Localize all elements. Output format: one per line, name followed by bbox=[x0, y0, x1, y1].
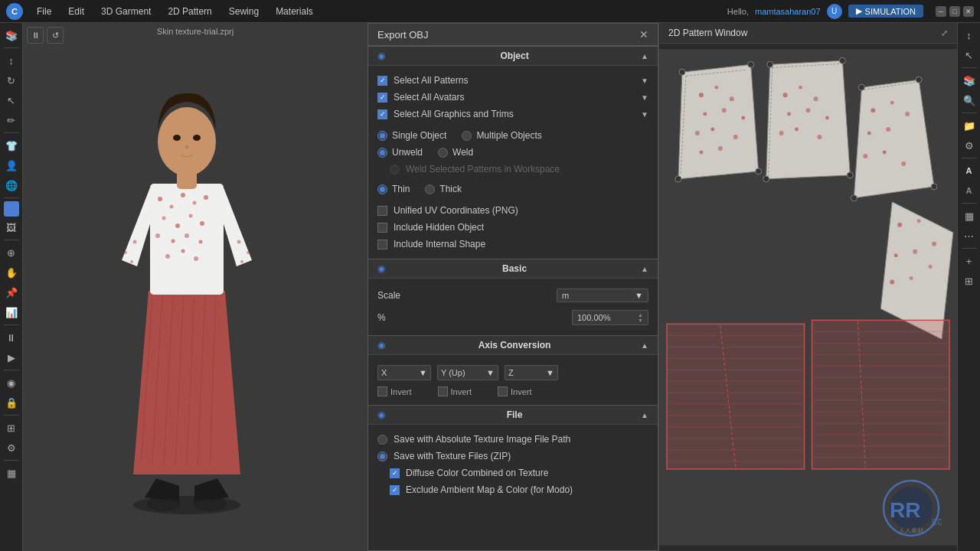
skirt-piece-2 bbox=[812, 320, 949, 469]
include-internal-checkbox[interactable] bbox=[377, 240, 387, 249]
multiple-objects-option[interactable]: Multiple Objects bbox=[462, 130, 541, 141]
right-panel-expand-icon[interactable]: ⤢ bbox=[941, 28, 948, 38]
right-panel-content[interactable] bbox=[659, 44, 957, 551]
rt-btn-library[interactable]: 📚 bbox=[960, 71, 978, 90]
thick-option[interactable]: Thick bbox=[425, 184, 462, 194]
percent-input[interactable]: 100.00% ▲ ▼ bbox=[572, 310, 648, 325]
menu-2d-pattern[interactable]: 2D Pattern bbox=[160, 5, 219, 18]
menu-file[interactable]: File bbox=[29, 5, 59, 18]
dialog-close-button[interactable]: ✕ bbox=[639, 28, 648, 41]
exclude-ambient-checkbox[interactable] bbox=[390, 485, 400, 495]
close-button[interactable]: ✕ bbox=[963, 6, 974, 17]
include-hidden-checkbox[interactable] bbox=[377, 223, 387, 233]
single-object-option[interactable]: Single Object bbox=[377, 130, 446, 141]
minimize-button[interactable]: ─ bbox=[936, 6, 946, 17]
unified-uv-checkbox[interactable] bbox=[377, 206, 387, 216]
select-patterns-expand[interactable]: ▼ bbox=[641, 77, 648, 85]
single-object-radio[interactable] bbox=[377, 131, 387, 141]
rt-btn-text2[interactable]: A bbox=[960, 181, 978, 200]
file-section-collapse[interactable]: ▲ bbox=[641, 411, 648, 419]
toolbar-btn-play[interactable]: ▶ bbox=[2, 348, 21, 367]
toolbar-btn-select[interactable]: ↖ bbox=[2, 91, 21, 109]
thick-radio[interactable] bbox=[425, 184, 435, 194]
multiple-objects-radio[interactable] bbox=[462, 131, 472, 141]
y-invert-checkbox[interactable] bbox=[438, 386, 448, 396]
toolbar-btn-chart[interactable]: 📊 bbox=[2, 303, 21, 321]
simulation-button[interactable]: ▶ SIMULATION bbox=[848, 5, 923, 18]
object-section-header[interactable]: ◉ Object ▲ bbox=[368, 46, 658, 66]
toolbar-btn-layers[interactable]: ⏸ bbox=[2, 328, 21, 347]
select-graphics-checkbox[interactable] bbox=[377, 109, 387, 119]
toolbar-btn-stitch[interactable]: ⊞ bbox=[2, 419, 21, 437]
toolbar-btn-zoom[interactable]: ⊕ bbox=[2, 243, 21, 262]
toolbar-btn-library[interactable]: 📚 bbox=[2, 26, 21, 44]
toolbar-separator-6 bbox=[4, 370, 19, 370]
basic-section-header[interactable]: ◉ Basic ▲ bbox=[368, 259, 658, 279]
toolbar-btn-misc[interactable]: ◉ bbox=[2, 373, 21, 392]
file-section-header[interactable]: ◉ File ▲ bbox=[368, 405, 658, 425]
menu-materials[interactable]: Materials bbox=[268, 5, 321, 18]
maximize-button[interactable]: □ bbox=[949, 6, 960, 17]
app-icon[interactable]: C bbox=[6, 3, 23, 20]
save-texture-radio[interactable] bbox=[377, 452, 387, 461]
menu-edit[interactable]: Edit bbox=[60, 5, 92, 18]
object-section-collapse[interactable]: ▲ bbox=[641, 52, 648, 60]
z-invert-checkbox[interactable] bbox=[498, 386, 508, 396]
toolbar-btn-lock[interactable]: 🔒 bbox=[2, 393, 21, 412]
rt-btn-zoom-in[interactable]: + bbox=[960, 252, 978, 270]
thin-option[interactable]: Thin bbox=[377, 184, 410, 194]
basic-section-bullet: ◉ bbox=[377, 263, 385, 274]
toolbar-btn-pin[interactable]: 📌 bbox=[2, 283, 21, 302]
rt-btn-select[interactable]: ↖ bbox=[960, 46, 978, 64]
toolbar-btn-globe[interactable]: 🌐 bbox=[2, 176, 21, 194]
percent-up[interactable]: ▲ bbox=[638, 312, 643, 318]
select-patterns-checkbox[interactable] bbox=[377, 76, 387, 86]
axis-section-header[interactable]: ◉ Axis Conversion ▲ bbox=[368, 335, 658, 355]
rt-btn-grid-2[interactable]: ⊞ bbox=[960, 272, 978, 290]
z-axis-select[interactable]: Z ▼ bbox=[505, 365, 558, 380]
rt-btn-search[interactable]: 🔍 bbox=[960, 91, 978, 109]
toolbar-btn-edit[interactable]: ✏ bbox=[2, 111, 21, 129]
unweld-radio[interactable] bbox=[377, 148, 387, 158]
percent-down[interactable]: ▼ bbox=[638, 318, 643, 323]
weld-option[interactable]: Weld bbox=[438, 147, 473, 158]
vp-btn-pause[interactable]: ⏸ bbox=[27, 27, 44, 44]
menu-3d-garment[interactable]: 3D Garment bbox=[93, 5, 158, 18]
x-invert-checkbox[interactable] bbox=[377, 386, 387, 396]
toolbar-btn-pan[interactable]: ✋ bbox=[2, 263, 21, 282]
thin-label: Thin bbox=[392, 184, 410, 194]
rt-btn-dots[interactable]: ⋯ bbox=[960, 227, 978, 245]
toolbar-btn-settings[interactable]: ⚙ bbox=[2, 439, 21, 457]
select-avatars-checkbox[interactable] bbox=[377, 93, 387, 103]
toolbar-btn-avatar[interactable]: 👤 bbox=[2, 156, 21, 174]
basic-section-collapse[interactable]: ▲ bbox=[641, 265, 648, 273]
toolbar-btn-grid[interactable]: ▦ bbox=[2, 464, 21, 482]
scale-select[interactable]: m ▼ bbox=[557, 289, 648, 302]
rt-btn-text1[interactable]: A bbox=[960, 161, 978, 180]
select-avatars-expand[interactable]: ▼ bbox=[641, 93, 648, 102]
toolbar-btn-garment[interactable]: 👕 bbox=[2, 136, 21, 155]
rt-btn-move[interactable]: ↕ bbox=[960, 26, 978, 44]
3d-viewport[interactable]: Skin texture-trial.zprj ⏸ ↺ bbox=[23, 23, 368, 551]
weld-radio[interactable] bbox=[438, 148, 448, 158]
rt-btn-prop[interactable]: ⚙ bbox=[960, 136, 978, 155]
vp-btn-reset[interactable]: ↺ bbox=[47, 27, 64, 44]
user-icon[interactable]: U bbox=[827, 4, 842, 19]
x-axis-select[interactable]: X ▼ bbox=[377, 365, 431, 380]
diffuse-color-checkbox[interactable] bbox=[390, 468, 400, 478]
svg-point-63 bbox=[806, 108, 811, 112]
menu-sewing[interactable]: Sewing bbox=[221, 5, 266, 18]
save-absolute-radio[interactable] bbox=[377, 435, 387, 445]
toolbar-btn-texture[interactable]: 🖼 bbox=[2, 218, 21, 236]
toolbar-btn-move[interactable]: ↕ bbox=[2, 51, 21, 70]
toolbar-btn-color1[interactable] bbox=[4, 201, 19, 217]
thin-radio[interactable] bbox=[377, 184, 387, 194]
unweld-option[interactable]: Unweld bbox=[377, 147, 423, 158]
toolbar-btn-rotate[interactable]: ↻ bbox=[2, 71, 21, 90]
axis-section-collapse[interactable]: ▲ bbox=[641, 341, 648, 350]
rt-btn-grid-view[interactable]: ▦ bbox=[960, 207, 978, 225]
rt-btn-folder[interactable]: 📁 bbox=[960, 116, 978, 135]
select-graphics-expand[interactable]: ▼ bbox=[641, 110, 648, 119]
svg-point-96 bbox=[910, 276, 913, 280]
y-axis-select[interactable]: Y (Up) ▼ bbox=[437, 365, 498, 380]
